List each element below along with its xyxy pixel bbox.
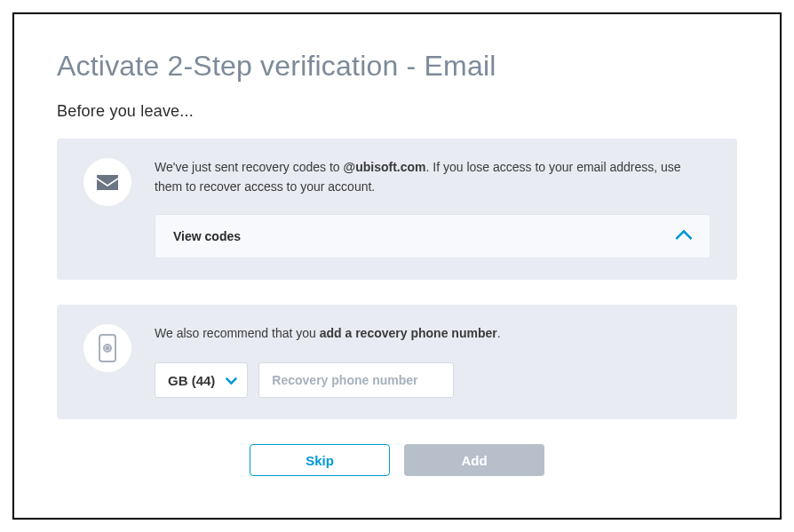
phone-text-bold: add a recovery phone number [320, 326, 497, 340]
footer-buttons: Skip Add [57, 444, 737, 476]
country-code-label: GB (44) [168, 373, 215, 388]
recovery-phone-input[interactable] [258, 362, 454, 398]
phone-text-after: . [497, 326, 501, 340]
phone-text-before: We also recommend that you [155, 326, 320, 340]
chevron-up-icon [675, 230, 693, 248]
recovery-text-before: We've just sent recovery codes to [155, 160, 344, 174]
recovery-email-domain: @ubisoft.com [344, 160, 426, 174]
recovery-phone-card: We also recommend that you add a recover… [57, 305, 737, 419]
phone-icon [83, 324, 131, 372]
two-step-email-modal: Activate 2-Step verification - Email Bef… [12, 12, 782, 520]
recovery-codes-text: We've just sent recovery codes to @ubiso… [155, 158, 711, 196]
svg-point-2 [107, 347, 109, 350]
add-button[interactable]: Add [404, 444, 544, 476]
skip-button[interactable]: Skip [250, 444, 390, 476]
view-codes-toggle[interactable]: View codes [155, 214, 711, 258]
page-title: Activate 2-Step verification - Email [57, 50, 737, 83]
chevron-down-icon [226, 373, 238, 385]
country-code-select[interactable]: GB (44) [155, 362, 248, 398]
recovery-phone-text: We also recommend that you add a recover… [155, 324, 711, 343]
phone-input-row: GB (44) [155, 362, 711, 398]
recovery-codes-card: We've just sent recovery codes to @ubiso… [57, 139, 737, 280]
recovery-codes-body: We've just sent recovery codes to @ubiso… [155, 158, 711, 258]
view-codes-label: View codes [173, 229, 241, 243]
recovery-phone-body: We also recommend that you add a recover… [155, 324, 711, 398]
mail-icon [83, 158, 131, 206]
subtitle: Before you leave... [57, 102, 737, 121]
